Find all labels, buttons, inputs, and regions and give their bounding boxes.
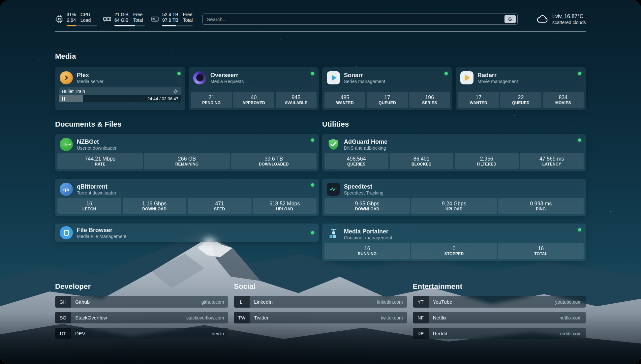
cpu-percent: 31% [67,12,76,17]
stat-label: RUNNING [325,252,409,257]
stat-queries: 498,564 QUERIES [324,153,388,169]
stat-stopped: 0 STOPPED [411,243,497,259]
ram-icon [103,15,111,23]
stat-value: 40 [234,94,273,101]
service-subtitle: Container management [344,235,392,241]
stat-upload: 618.52 Mbps UPLOAD [253,198,317,214]
service-subtitle: Series management [344,79,385,84]
stat-wanted: 17 WANTED [458,92,499,108]
stat-label: TOTAL [499,252,583,257]
stat-value: 2,956 [455,156,518,162]
stat-label: DOWNLOAD [325,207,409,212]
bookmark-github[interactable]: GH Github github.com [55,296,228,308]
stat-value: 498,564 [325,156,388,162]
memory-widget: 21 GiB 64 GiB Free Total [103,12,145,26]
stat-pending: 21 PENDING [191,92,232,108]
cpu-label: CPU [80,12,91,17]
service-name: Radarr [477,72,518,79]
service-subtitle: DNS and adblocking [344,145,387,151]
service-card-overseerr[interactable]: Overseerr Media Requests 21 PENDING 40 A… [189,67,319,110]
bookmark-dev[interactable]: DT DEV dev.to [55,328,228,339]
memory-widget-body: 21 GiB 64 GiB Free Total [114,12,145,26]
bookmark-url: twitter.com [381,315,407,320]
bookmark-linkedin[interactable]: LI LinkedIn linkedin.com [234,296,407,308]
stat-value: 471 [188,200,251,207]
service-card-nzbget[interactable]: nzbget NZBGet Usenet downloader 744.21 M… [55,134,319,171]
weather-widget: Lviv, 16.87°C scattered clouds [536,13,586,25]
bookmark-netflix[interactable]: NF Netflix netflix.com [413,312,586,323]
service-stats: 498,564 QUERIES 86,401 BLOCKED 2,956 FIL… [322,153,586,171]
stat-value: 39.6 TB [232,156,316,162]
stat-ping: 0.993 ms PING [498,198,584,214]
bookmark-reddit[interactable]: RE Reddit reddit.com [413,328,586,339]
stat-download: 1.19 Gbps DOWNLOAD [123,198,187,214]
cpu-usage-bar [67,25,97,26]
stat-label: UPLOAD [412,207,496,212]
search-bar[interactable]: G [202,14,518,25]
stat-remaining: 266 GB REMAINING [144,153,229,169]
section-media: Media Plex Media server Bullet Tra [55,52,586,110]
service-stats: 744.21 Mbps RATE 266 GB REMAINING 39.6 T… [55,153,319,171]
service-card-filebrowser[interactable]: File Browser Media File Management [55,224,319,242]
utilities-section-title: Utilities [322,120,586,129]
stat-leech: 16 LEECH [57,198,121,214]
service-card-adguard[interactable]: AdGuard Home DNS and adblocking 498,564 … [322,134,586,171]
stat-value: 1.19 Gbps [123,200,186,207]
stat-label: PING [499,207,583,212]
stat-value: 22 [501,94,540,101]
stat-label: SEED [188,207,251,212]
plex-now-playing: Bullet Train 24:44 / 02:06:4 [59,87,181,102]
search-provider-button[interactable]: G [504,15,516,23]
service-card-qbittorrent[interactable]: qb qBittorrent Torrent downloader 16 LEE… [55,179,319,216]
status-dot [311,183,314,187]
qbittorrent-icon: qb [60,183,73,196]
stat-seed: 471 SEED [188,198,252,214]
settings-gear-icon[interactable] [173,89,178,94]
topbar-divider [55,31,586,32]
bookmark-youtube[interactable]: YT YouTube youtube.com [413,296,586,308]
bookmark-abbr: RE [413,328,429,339]
status-dot [311,72,314,75]
service-subtitle: Torrent downloader [77,190,116,196]
service-card-radarr[interactable]: Radarr Movie management 17 WANTED 22 QUE… [456,67,586,110]
stat-label: FILTERED [455,162,518,167]
service-name: File Browser [77,227,126,234]
dashboard-screen: 31% 2.94 CPU Load [0,0,641,364]
stat-label: RATE [58,162,142,167]
bookmark-stackoverflow[interactable]: SO StackOverflow stackoverflow.com [55,312,228,323]
stat-value: 17 [459,94,498,101]
stat-value: 0.993 ms [499,200,583,207]
service-stats: 17 WANTED 22 QUEUED 834 MOVIES [456,92,586,110]
bookmark-abbr: YT [413,296,429,308]
disk-free-value: 52.4 TB [162,12,178,17]
stat-upload: 9.24 Gbps UPLOAD [411,198,497,214]
stat-label: STOPPED [412,252,496,257]
adguard-shield-icon [327,138,340,151]
service-card-sonarr[interactable]: Sonarr Series management 485 WANTED 17 Q… [322,67,452,110]
bookmark-name: YouTube [429,299,452,305]
search-input[interactable] [207,16,504,22]
stat-label: QUEUED [367,101,407,106]
stat-value: 16 [325,245,409,252]
bookmark-twitter[interactable]: TW Twitter twitter.com [234,312,407,323]
bookmark-name: Twitter [250,315,268,320]
bookmark-name: LinkedIn [250,299,273,305]
stat-latency: 47.569 ms LATENCY [520,153,584,169]
service-subtitle: Media Requests [210,79,244,84]
service-card-portainer[interactable]: Media Portainer Container management 16 … [322,224,586,261]
service-name: Sonarr [344,72,385,79]
stat-value: 485 [325,94,365,101]
service-subtitle: Media File Management [77,234,126,239]
cpu-load-value: 2.94 [67,17,76,23]
bookmark-name: Reddit [429,331,447,336]
snow-stars-decoration [0,0,1,1]
service-card-plex[interactable]: Plex Media server Bullet Train [55,67,185,110]
stat-downloaded: 39.6 TB DOWNLOADED [231,153,317,169]
stat-value: 47.569 ms [521,156,583,162]
service-subtitle: Speedtest Tracking [344,190,383,196]
service-card-speedtest[interactable]: Speedtest Speedtest Tracking 9.65 Gbps D… [322,179,586,216]
disk-widget-body: 52.4 TB 97.9 TB Free Total [162,12,193,26]
stat-value: 86,401 [390,156,453,162]
stat-label: LEECH [58,207,121,212]
bookmark-name: StackOverflow [71,315,107,320]
